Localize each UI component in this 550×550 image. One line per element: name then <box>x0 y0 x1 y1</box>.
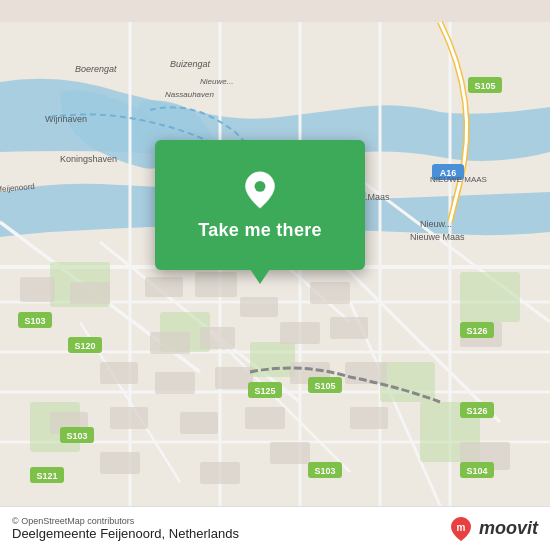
svg-rect-34 <box>280 322 320 344</box>
svg-text:S120: S120 <box>74 341 95 351</box>
svg-text:Buizengat: Buizengat <box>170 59 211 69</box>
svg-rect-24 <box>460 272 520 322</box>
svg-rect-35 <box>330 317 368 339</box>
osm-attribution: © OpenStreetMap contributors <box>12 516 239 526</box>
moovit-icon: m <box>447 515 475 543</box>
svg-text:Nieuwe Maas: Nieuwe Maas <box>410 232 465 242</box>
svg-text:S121: S121 <box>36 471 57 481</box>
svg-rect-33 <box>200 327 235 349</box>
svg-rect-37 <box>155 372 195 394</box>
svg-rect-30 <box>310 282 350 304</box>
location-label: Deelgemeente Feijenoord, Netherlands <box>12 526 239 541</box>
svg-text:Wijnhaven: Wijnhaven <box>45 114 87 124</box>
location-pin-icon <box>240 170 280 210</box>
svg-rect-50 <box>270 442 310 464</box>
svg-rect-45 <box>245 407 285 429</box>
svg-text:Nassauhaven: Nassauhaven <box>165 90 214 99</box>
svg-rect-46 <box>350 407 388 429</box>
svg-rect-48 <box>100 452 140 474</box>
svg-text:Nieuw...: Nieuw... <box>420 219 452 229</box>
map-background: S103 S120 S103 S121 S125 S105 S105 S126 … <box>0 0 550 550</box>
bottom-info: © OpenStreetMap contributors Deelgemeent… <box>12 516 239 541</box>
svg-text:S126: S126 <box>466 406 487 416</box>
svg-text:S105: S105 <box>474 81 495 91</box>
svg-rect-27 <box>70 282 110 304</box>
svg-rect-31 <box>240 297 278 317</box>
svg-text:NIEUWE MAAS: NIEUWE MAAS <box>430 175 487 184</box>
map-container: S103 S120 S103 S121 S125 S105 S105 S126 … <box>0 0 550 550</box>
svg-text:S103: S103 <box>24 316 45 326</box>
moovit-logo: m moovit <box>447 515 538 543</box>
svg-text:m: m <box>457 522 466 533</box>
svg-rect-44 <box>180 412 218 434</box>
svg-point-86 <box>255 180 266 191</box>
popup-card: Take me there <box>155 140 365 270</box>
take-me-there-button[interactable]: Take me there <box>198 220 322 241</box>
svg-rect-32 <box>150 332 190 354</box>
svg-text:S105: S105 <box>314 381 335 391</box>
svg-rect-43 <box>110 407 148 429</box>
svg-rect-38 <box>215 367 253 389</box>
svg-text:Boerengat: Boerengat <box>75 64 117 74</box>
svg-text:S103: S103 <box>66 431 87 441</box>
svg-text:Nieuwe...: Nieuwe... <box>200 77 233 86</box>
svg-rect-28 <box>145 277 183 297</box>
svg-text:S126: S126 <box>466 326 487 336</box>
svg-rect-26 <box>20 277 55 302</box>
svg-rect-49 <box>200 462 240 484</box>
svg-text:S103: S103 <box>314 466 335 476</box>
bottom-bar: © OpenStreetMap contributors Deelgemeent… <box>0 506 550 550</box>
svg-text:S125: S125 <box>254 386 275 396</box>
svg-rect-29 <box>195 272 237 297</box>
svg-text:S104: S104 <box>466 466 487 476</box>
svg-rect-36 <box>100 362 138 384</box>
svg-text:Koningshaven: Koningshaven <box>60 154 117 164</box>
moovit-brand-name: moovit <box>479 518 538 539</box>
